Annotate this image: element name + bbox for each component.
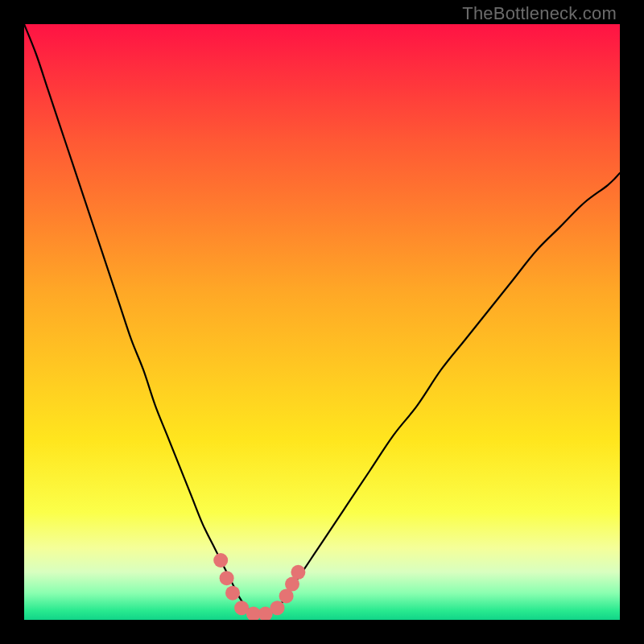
trough-marker <box>225 586 240 601</box>
chart-container: TheBottleneck.com <box>0 0 644 644</box>
plot-area <box>24 24 620 620</box>
trough-marker <box>270 601 285 615</box>
trough-markers <box>213 553 305 620</box>
curve-layer <box>24 24 620 620</box>
trough-marker <box>213 553 228 568</box>
trough-marker <box>291 565 305 580</box>
watermark-text: TheBottleneck.com <box>462 3 617 24</box>
trough-marker <box>220 571 234 585</box>
bottleneck-curve <box>24 24 620 614</box>
